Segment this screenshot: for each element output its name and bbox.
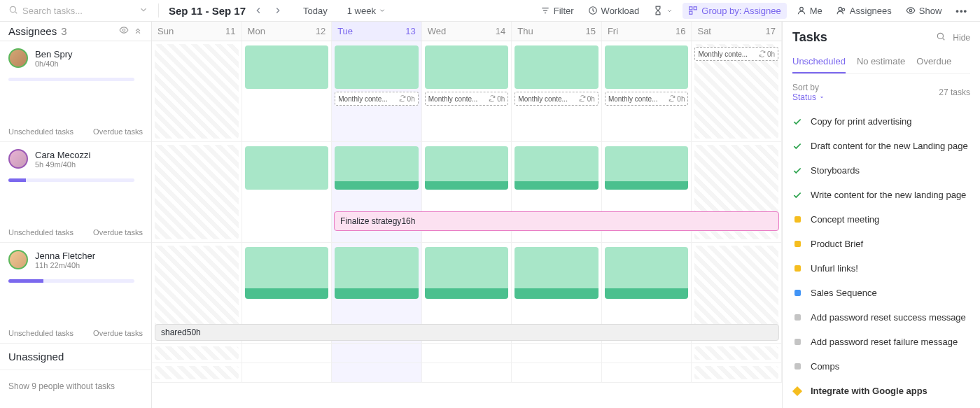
calendar-cell[interactable]	[332, 363, 422, 382]
me-button[interactable]: Me	[792, 3, 827, 19]
overdue-link[interactable]: Overdue tasks	[93, 329, 143, 337]
period-select[interactable]: 1 week	[347, 6, 386, 16]
calendar-cell[interactable]: Monthly conte...0h	[422, 41, 512, 141]
task-bar-finalize[interactable]: Finalize strategy16h	[334, 211, 779, 231]
workload-block[interactable]	[605, 45, 689, 89]
search-input[interactable]	[22, 6, 127, 16]
task-item[interactable]: Concept meeting	[792, 207, 970, 232]
workload-block[interactable]	[425, 45, 509, 89]
unscheduled-link[interactable]: Unscheduled tasks	[8, 127, 74, 136]
calendar-cell[interactable]: Monthly conte...0h	[332, 41, 422, 141]
more-button[interactable]: •••	[951, 3, 972, 19]
task-item[interactable]: Comps	[792, 354, 970, 379]
person-name[interactable]: Ben Spry	[35, 49, 72, 59]
task-item[interactable]: Write content for the new landing page	[792, 183, 970, 207]
recurring-task[interactable]: Monthly conte...0h	[605, 92, 689, 106]
day-header[interactable]: Sat17	[692, 22, 782, 41]
avatar[interactable]	[8, 250, 28, 269]
show-people-link[interactable]: Show 9 people without tasks	[0, 370, 151, 402]
calendar-cell[interactable]	[242, 363, 332, 382]
calendar-cell[interactable]	[242, 344, 332, 363]
calendar-cell[interactable]: Monthly conte...0h	[692, 41, 782, 141]
workload-block[interactable]	[514, 247, 598, 299]
person-name[interactable]: Jenna Fletcher	[35, 251, 95, 261]
workload-button[interactable]: Workload	[584, 3, 644, 19]
calendar-cell[interactable]	[152, 363, 242, 382]
chevron-down-icon[interactable]	[139, 5, 148, 17]
calendar-cell[interactable]	[152, 344, 242, 363]
calendar-cell[interactable]	[692, 344, 782, 363]
today-button[interactable]: Today	[296, 3, 335, 19]
calendar-cell[interactable]: Monthly conte...0h	[602, 41, 692, 141]
unassigned-row[interactable]: Unassigned	[0, 344, 151, 370]
task-item[interactable]: Sales Sequence	[792, 281, 970, 305]
calendar-cell[interactable]	[242, 142, 332, 242]
day-header[interactable]: Fri16	[602, 22, 692, 41]
workload-block[interactable]	[335, 45, 419, 89]
task-item[interactable]: Integrate with Google apps	[792, 379, 970, 403]
task-item[interactable]: Unfurl links!	[792, 256, 970, 281]
calendar-cell[interactable]	[512, 363, 602, 382]
calendar-cell[interactable]	[602, 363, 692, 382]
calendar-cell[interactable]: Monthly conte...0h	[512, 41, 602, 141]
workload-block[interactable]	[335, 146, 419, 190]
next-week-button[interactable]	[271, 3, 285, 17]
recurring-task[interactable]: Monthly conte...0h	[335, 92, 419, 106]
overdue-link[interactable]: Overdue tasks	[93, 228, 143, 237]
task-item[interactable]: Add password reset failure message	[792, 330, 970, 354]
person-name[interactable]: Cara Mecozzi	[35, 150, 90, 160]
task-item[interactable]: Draft content for the new Landing page	[792, 134, 970, 158]
task-item[interactable]: Storyboards	[792, 158, 970, 183]
group-by-button[interactable]: Group by: Assignee	[682, 3, 786, 19]
hide-panel-button[interactable]: Hide	[953, 33, 970, 43]
workload-block[interactable]	[605, 146, 689, 190]
sort-select[interactable]: Status	[792, 92, 825, 102]
calendar-cell[interactable]	[332, 344, 422, 363]
panel-tab[interactable]: No estimate	[857, 56, 905, 73]
unscheduled-link[interactable]: Unscheduled tasks	[8, 228, 74, 237]
timer-button[interactable]	[649, 3, 677, 18]
workload-block[interactable]	[245, 247, 329, 299]
task-item[interactable]: Product Brief	[792, 232, 970, 256]
workload-block[interactable]	[335, 247, 419, 299]
prev-week-button[interactable]	[251, 3, 265, 17]
recurring-task[interactable]: Monthly conte...0h	[694, 47, 778, 61]
task-bar-shared[interactable]: shared50h	[155, 324, 779, 341]
task-item[interactable]: Copy for print advertising	[792, 109, 970, 134]
panel-tab[interactable]: Overdue	[916, 56, 951, 73]
search-icon[interactable]	[936, 31, 946, 43]
task-item[interactable]: Add password reset success message	[792, 305, 970, 330]
calendar-cell[interactable]	[422, 363, 512, 382]
unscheduled-link[interactable]: Unscheduled tasks	[8, 329, 74, 337]
avatar[interactable]	[8, 48, 28, 68]
day-header[interactable]: Sun11	[152, 22, 242, 41]
workload-block[interactable]	[245, 45, 329, 89]
panel-tab[interactable]: Unscheduled	[792, 56, 846, 73]
recurring-task[interactable]: Monthly conte...0h	[425, 92, 509, 106]
calendar-cell[interactable]	[512, 344, 602, 363]
day-header[interactable]: Mon12	[242, 22, 332, 41]
avatar[interactable]	[8, 149, 28, 169]
workload-block[interactable]	[605, 247, 689, 299]
workload-block[interactable]	[425, 146, 509, 190]
workload-block[interactable]	[514, 146, 598, 190]
day-header[interactable]: Thu15	[512, 22, 602, 41]
recurring-task[interactable]: Monthly conte...0h	[514, 92, 598, 106]
eye-icon[interactable]	[119, 25, 129, 37]
workload-block[interactable]	[425, 247, 509, 299]
workload-block[interactable]	[514, 45, 598, 89]
workload-block[interactable]	[245, 146, 329, 190]
collapse-all-icon[interactable]	[133, 25, 143, 37]
calendar-cell[interactable]	[152, 41, 242, 141]
filter-button[interactable]: Filter	[536, 3, 578, 19]
day-header[interactable]: Wed14	[422, 22, 512, 41]
calendar-cell[interactable]	[152, 142, 242, 242]
assignees-button[interactable]: Assignees	[832, 3, 896, 19]
day-header[interactable]: Tue13	[332, 22, 422, 41]
calendar-cell[interactable]	[692, 363, 782, 382]
show-button[interactable]: Show	[902, 3, 946, 19]
calendar-cell[interactable]	[422, 344, 512, 363]
overdue-link[interactable]: Overdue tasks	[93, 127, 143, 136]
calendar-cell[interactable]	[242, 41, 332, 141]
calendar-cell[interactable]	[602, 344, 692, 363]
